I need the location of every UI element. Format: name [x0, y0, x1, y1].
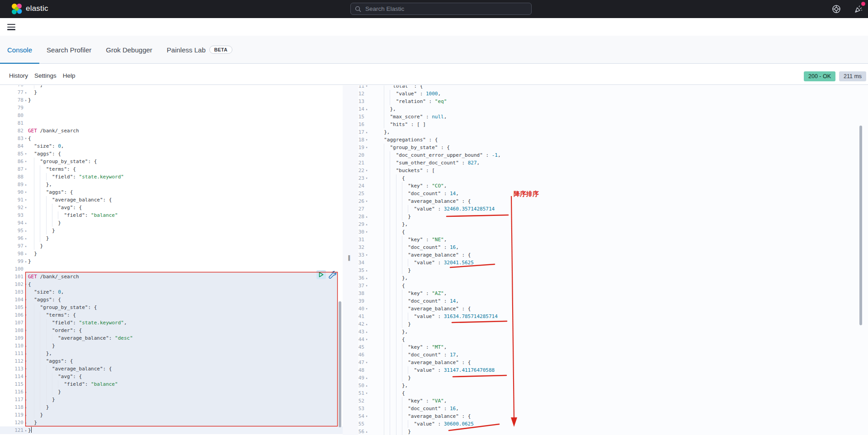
fold-toggle-icon[interactable]: ▾ — [24, 150, 28, 158]
editor-code-line[interactable]: 89▴ }, — [0, 181, 343, 188]
editor-code-line[interactable]: 78▴} — [0, 96, 343, 104]
editor-code-line[interactable]: 96▴ } — [0, 234, 343, 242]
fold-toggle-icon[interactable]: ▾ — [364, 174, 369, 182]
fold-toggle-icon[interactable]: ▴ — [24, 181, 28, 188]
fold-toggle-icon[interactable]: ▴ — [364, 128, 369, 136]
fold-toggle-icon[interactable]: ▴ — [24, 227, 28, 234]
editor-code-line[interactable]: 79 — [0, 104, 343, 112]
editor-code-line[interactable]: 109 "average_balance": "desc" — [0, 334, 343, 342]
fold-toggle-icon[interactable]: ▴ — [24, 89, 28, 96]
editor-code-line[interactable]: 105▾ "group_by_state": { — [0, 304, 343, 311]
editor-code-line[interactable]: 76 } — [0, 85, 343, 89]
newsfeed-icon[interactable] — [854, 5, 863, 14]
editor-code-line[interactable]: 99▴} — [0, 257, 343, 265]
fold-toggle-icon[interactable]: ▾ — [24, 165, 28, 173]
fold-toggle-icon[interactable]: ▴ — [364, 213, 369, 220]
editor-code-line[interactable]: 95▴ } — [0, 227, 343, 234]
menu-history[interactable]: History — [9, 72, 28, 79]
editor-scrollbar[interactable] — [339, 301, 341, 427]
fold-toggle-icon[interactable]: ▴ — [24, 426, 28, 434]
editor-code-line[interactable]: 80 — [0, 112, 343, 119]
editor-code-line[interactable]: 92▾ "avg": { — [0, 204, 343, 211]
fold-toggle-icon[interactable]: ▴ — [24, 396, 28, 403]
editor-code-line[interactable]: 94▴ } — [0, 219, 343, 227]
editor-code-line[interactable]: 118▴ } — [0, 403, 343, 411]
fold-toggle-icon[interactable]: ▴ — [364, 105, 369, 113]
fold-toggle-icon[interactable]: ▴ — [364, 267, 369, 274]
editor-code-line[interactable]: 86▾ "group_by_state": { — [0, 158, 343, 165]
fold-toggle-icon[interactable]: ▴ — [364, 274, 369, 282]
editor-code-line[interactable]: 104▾ "aggs": { — [0, 296, 343, 304]
fold-toggle-icon[interactable]: ▾ — [24, 365, 28, 373]
editor-code-line[interactable]: 111▴ }, — [0, 350, 343, 357]
editor-code-line[interactable]: 84 "size": 0, — [0, 142, 343, 150]
fold-toggle-icon[interactable]: ▾ — [364, 305, 369, 313]
fold-toggle-icon[interactable]: ▾ — [24, 296, 28, 304]
fold-toggle-icon[interactable]: ▾ — [24, 357, 28, 365]
fold-toggle-icon[interactable]: ▾ — [364, 336, 369, 343]
fold-toggle-icon[interactable]: ▴ — [24, 250, 28, 257]
fold-toggle-icon[interactable]: ▾ — [24, 327, 28, 334]
editor-code-line[interactable]: 85▾ "aggs": { — [0, 150, 343, 158]
fold-toggle-icon[interactable]: ▾ — [364, 228, 369, 236]
editor-code-line[interactable]: 90▾ "aggs": { — [0, 188, 343, 196]
editor-code-line[interactable]: 107 "field": "state.keyword", — [0, 319, 343, 327]
fold-toggle-icon[interactable]: ▴ — [24, 242, 28, 250]
response-scrollbar[interactable] — [859, 126, 862, 325]
editor-code-line[interactable]: 103 "size": 0, — [0, 288, 343, 296]
editor-code-line[interactable]: 119▴ } — [0, 411, 343, 419]
fold-toggle-icon[interactable]: ▴ — [364, 428, 369, 435]
fold-toggle-icon[interactable]: ▾ — [24, 311, 28, 319]
fold-toggle-icon[interactable]: ▴ — [364, 382, 369, 389]
fold-toggle-icon[interactable]: ▴ — [24, 219, 28, 227]
fold-toggle-icon[interactable]: ▾ — [364, 197, 369, 205]
editor-code-line[interactable]: 112▾ "aggs": { — [0, 357, 343, 365]
fold-toggle-icon[interactable]: ▴ — [24, 96, 28, 104]
fold-toggle-icon[interactable]: ▾ — [364, 412, 369, 420]
fold-toggle-icon[interactable]: ▾ — [364, 144, 369, 151]
fold-toggle-icon[interactable]: ▾ — [364, 251, 369, 259]
editor-code-line[interactable]: 108▾ "order": { — [0, 327, 343, 334]
fold-toggle-icon[interactable]: ▴ — [364, 328, 369, 336]
editor-code-line[interactable]: 81 — [0, 119, 343, 127]
menu-settings[interactable]: Settings — [34, 72, 57, 79]
fold-toggle-icon[interactable]: ▾ — [364, 167, 369, 174]
tab-grok-debugger[interactable]: Grok Debugger — [99, 36, 160, 64]
fold-toggle-icon[interactable]: ▾ — [24, 188, 28, 196]
fold-toggle-icon[interactable]: ▴ — [364, 220, 369, 228]
fold-toggle-icon[interactable]: ▴ — [24, 257, 28, 265]
fold-toggle-icon[interactable]: ▾ — [24, 373, 28, 380]
editor-code-line[interactable]: 93 "field": "balance" — [0, 211, 343, 219]
editor-code-line[interactable]: 102▾{ — [0, 281, 343, 288]
editor-code-line[interactable]: 113▾ "average_balance": { — [0, 365, 343, 373]
help-icon[interactable] — [832, 5, 841, 14]
fold-toggle-icon[interactable]: ▴ — [24, 419, 28, 426]
editor-code-line[interactable]: 116▴ } — [0, 388, 343, 396]
editor-code-line[interactable]: 121▴} — [0, 426, 343, 434]
editor-code-line[interactable]: 87▾ "terms": { — [0, 165, 343, 173]
editor-code-line[interactable]: 117▴ } — [0, 396, 343, 403]
wrench-icon[interactable] — [328, 271, 336, 279]
editor-code-line[interactable]: 91▾ "average_balance": { — [0, 196, 343, 204]
editor-code-line[interactable]: 83▾{ — [0, 135, 343, 142]
global-search[interactable] — [350, 3, 532, 15]
editor-code-line[interactable]: 114▾ "avg": { — [0, 373, 343, 380]
fold-toggle-icon[interactable]: ▾ — [24, 281, 28, 288]
fold-toggle-icon[interactable]: ▾ — [364, 282, 369, 290]
tab-painless-lab[interactable]: Painless Lab BETA — [160, 36, 240, 64]
fold-toggle-icon[interactable]: ▾ — [364, 389, 369, 397]
tab-console[interactable]: Console — [0, 36, 39, 64]
fold-toggle-icon[interactable]: ▾ — [24, 135, 28, 142]
fold-toggle-icon[interactable]: ▴ — [364, 320, 369, 328]
editor-code-line[interactable]: 110▴ } — [0, 342, 343, 350]
fold-toggle-icon[interactable]: ▴ — [24, 350, 28, 357]
pane-resizer[interactable]: ‖ — [343, 85, 358, 435]
fold-toggle-icon[interactable]: ▾ — [24, 158, 28, 165]
editor-code-line[interactable]: 82GET /bank/_search — [0, 127, 343, 135]
editor-code-line[interactable]: 115 "field": "balance" — [0, 380, 343, 388]
editor-code-line[interactable]: 77▴ } — [0, 89, 343, 96]
request-editor-pane[interactable]: 76 }77▴ }78▴}79808182GET /bank/_search83… — [0, 85, 343, 435]
fold-toggle-icon[interactable]: ▾ — [24, 304, 28, 311]
menu-icon[interactable] — [7, 24, 15, 30]
editor-code-line[interactable]: 120▴ } — [0, 419, 343, 426]
